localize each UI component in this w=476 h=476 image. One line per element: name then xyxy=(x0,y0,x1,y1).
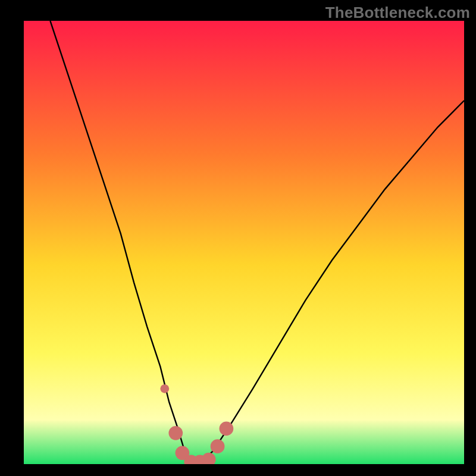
chart-frame: TheBottleneck.com xyxy=(0,0,476,476)
plot-area xyxy=(24,21,464,464)
marker-trough-7 xyxy=(220,422,234,436)
marker-trough-6 xyxy=(211,439,225,453)
bottleneck-chart xyxy=(24,21,464,464)
marker-trough-1 xyxy=(168,426,183,440)
marker-left-dot xyxy=(160,384,169,393)
watermark-text: TheBottleneck.com xyxy=(325,4,470,22)
gradient-background xyxy=(24,21,464,464)
